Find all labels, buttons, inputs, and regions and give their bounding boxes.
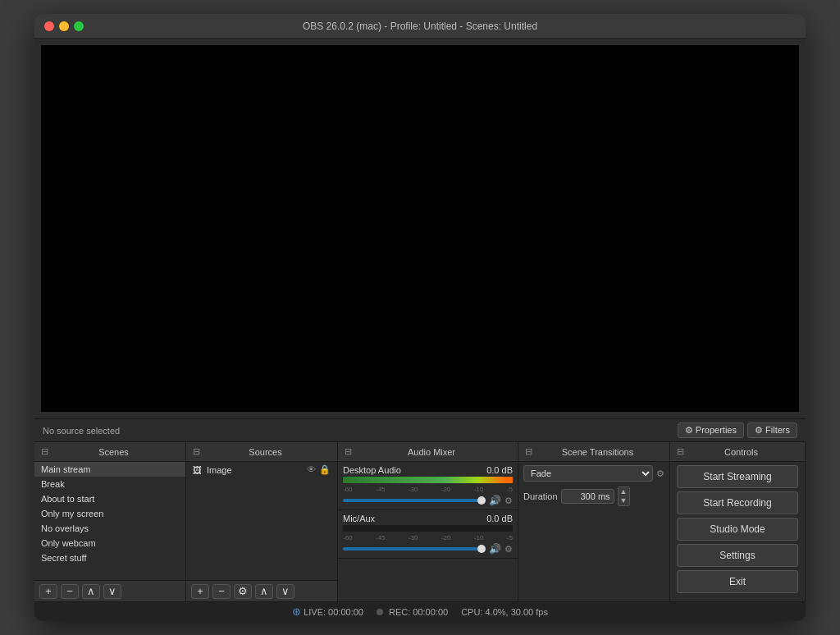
cpu-status: CPU: 4.0%, 30.00 fps: [461, 607, 548, 617]
exit-button[interactable]: Exit: [677, 570, 798, 593]
scene-item-about-to-start[interactable]: About to start: [34, 491, 185, 506]
desktop-volume-slider[interactable]: [343, 499, 486, 502]
mic-aux-controls: 🔊 ⚙: [343, 543, 513, 555]
maximize-button[interactable]: [74, 21, 84, 31]
desktop-mute-icon[interactable]: 🔊: [489, 495, 501, 506]
scene-item-break[interactable]: Break: [34, 477, 185, 491]
sources-panel: ⊟ Sources 🖼 Image 👁 🔒 + − ⚙ ∧ ∨: [186, 442, 338, 601]
desktop-audio-controls: 🔊 ⚙: [343, 495, 513, 506]
source-lock-icon[interactable]: 🔒: [319, 464, 331, 475]
mic-mute-icon[interactable]: 🔊: [489, 543, 501, 555]
mic-aux-meter: [343, 525, 513, 532]
rec-dot: [377, 609, 383, 615]
scene-item-no-overlays[interactable]: No overlays: [34, 521, 185, 536]
mic-aux-header: Mic/Aux 0.0 dB: [343, 514, 513, 523]
studio-mode-button[interactable]: Studio Mode: [677, 518, 798, 541]
window-title: OBS 26.0.2 (mac) - Profile: Untitled - S…: [303, 21, 537, 32]
sources-down-button[interactable]: ∨: [276, 584, 294, 599]
scenes-remove-button[interactable]: −: [61, 584, 79, 599]
controls-dock-icon[interactable]: ⊟: [677, 446, 684, 457]
audio-panel-header: ⊟ Audio Mixer: [338, 442, 518, 462]
transitions-panel-header: ⊟ Scene Transitions: [518, 442, 669, 462]
live-status: LIVE: 00:00:00: [304, 607, 363, 617]
no-source-label: No source selected: [43, 426, 120, 436]
scene-item-main-stream[interactable]: Main stream: [34, 462, 185, 477]
mic-meter-ticks: -60 -45 -30 -20 -10 -5: [343, 534, 513, 541]
mic-volume-handle[interactable]: [477, 545, 486, 553]
transition-type-row: Fade ⚙: [518, 462, 669, 485]
sources-add-button[interactable]: +: [191, 584, 209, 599]
status-bar: ⊛ LIVE: 00:00:00 REC: 00:00:00 CPU: 4.0%…: [34, 601, 806, 621]
transitions-panel-title: Scene Transitions: [532, 447, 663, 457]
source-bar-buttons: ⚙ Properties ⚙ Filters: [678, 423, 797, 438]
live-indicator: ⊛ LIVE: 00:00:00: [292, 605, 363, 618]
transition-type-select[interactable]: Fade: [523, 465, 653, 482]
controls-content: Start Streaming Start Recording Studio M…: [670, 462, 805, 601]
transitions-dock-icon[interactable]: ⊟: [525, 446, 532, 457]
controls-panel-title: Controls: [684, 447, 798, 457]
scenes-panel-footer: + − ∧ ∨: [34, 580, 185, 601]
panels-row: ⊟ Scenes Main stream Break About to star…: [34, 441, 806, 601]
scene-item-secret-stuff[interactable]: Secret stuff: [34, 550, 185, 565]
source-item-image[interactable]: 🖼 Image 👁 🔒: [186, 462, 337, 477]
sources-dock-icon[interactable]: ⊟: [193, 446, 200, 457]
scene-item-only-webcam[interactable]: Only webcam: [34, 536, 185, 550]
desktop-volume-handle[interactable]: [477, 496, 486, 505]
sources-config-button[interactable]: ⚙: [234, 584, 252, 599]
desktop-audio-name: Desktop Audio: [343, 465, 401, 475]
obs-window: OBS 26.0.2 (mac) - Profile: Untitled - S…: [34, 14, 806, 621]
properties-button[interactable]: ⚙ Properties: [678, 423, 744, 438]
rec-indicator: REC: 00:00:00: [377, 607, 448, 617]
audio-channels: Desktop Audio 0.0 dB -60 -45 -30 -20 -10…: [338, 462, 518, 601]
rec-status: REC: 00:00:00: [389, 607, 448, 617]
scenes-dock-icon[interactable]: ⊟: [41, 446, 48, 457]
sources-list: 🖼 Image 👁 🔒: [186, 462, 337, 580]
duration-down-button[interactable]: ▼: [619, 496, 629, 505]
mic-aux-db: 0.0 dB: [486, 514, 513, 523]
desktop-meter-ticks: -60 -45 -30 -20 -10 -5: [343, 486, 513, 493]
mic-volume-slider[interactable]: [343, 547, 486, 550]
source-visibility-icon[interactable]: 👁: [307, 464, 316, 475]
duration-up-button[interactable]: ▲: [619, 487, 629, 496]
duration-label: Duration: [523, 491, 558, 501]
filters-button[interactable]: ⚙ Filters: [747, 423, 797, 438]
duration-spinbuttons: ▲ ▼: [618, 487, 630, 506]
audio-panel-title: Audio Mixer: [352, 447, 511, 457]
source-bar: No source selected ⚙ Properties ⚙ Filter…: [34, 418, 806, 441]
audio-dock-icon[interactable]: ⊟: [345, 446, 352, 457]
scenes-list: Main stream Break About to start Only my…: [34, 462, 185, 580]
sources-panel-footer: + − ⚙ ∧ ∨: [186, 580, 337, 601]
controls-panel: ⊟ Controls Start Streaming Start Recordi…: [670, 442, 806, 601]
scenes-add-button[interactable]: +: [39, 584, 57, 599]
title-bar: OBS 26.0.2 (mac) - Profile: Untitled - S…: [34, 14, 806, 39]
duration-input[interactable]: [561, 489, 614, 504]
scenes-panel: ⊟ Scenes Main stream Break About to star…: [34, 442, 186, 601]
mic-aux-channel: Mic/Aux 0.0 dB -60 -45 -30 -20 -10 -5: [338, 510, 518, 559]
sources-panel-title: Sources: [200, 447, 331, 457]
sources-up-button[interactable]: ∧: [255, 584, 273, 599]
close-button[interactable]: [44, 21, 54, 31]
mic-settings-icon[interactable]: ⚙: [504, 544, 513, 555]
scenes-panel-title: Scenes: [48, 447, 179, 457]
image-source-icon: 🖼: [193, 465, 202, 475]
preview-canvas: [41, 45, 799, 412]
controls-panel-header: ⊟ Controls: [670, 442, 805, 462]
traffic-lights: [44, 21, 84, 31]
transition-settings-icon[interactable]: ⚙: [656, 468, 664, 479]
desktop-audio-meter: [343, 477, 513, 483]
mic-aux-name: Mic/Aux: [343, 514, 375, 523]
start-recording-button[interactable]: Start Recording: [677, 491, 798, 514]
scenes-up-button[interactable]: ∧: [82, 584, 100, 599]
settings-button[interactable]: Settings: [677, 544, 798, 567]
minimize-button[interactable]: [59, 21, 69, 31]
scene-item-only-my-screen[interactable]: Only my screen: [34, 506, 185, 521]
transitions-panel: ⊟ Scene Transitions Fade ⚙ Duration ▲ ▼: [518, 442, 670, 601]
desktop-audio-db: 0.0 dB: [486, 465, 513, 475]
desktop-settings-icon[interactable]: ⚙: [504, 496, 513, 506]
image-source-label: Image: [207, 465, 232, 475]
sources-remove-button[interactable]: −: [212, 584, 231, 599]
scenes-panel-header: ⊟ Scenes: [34, 442, 185, 462]
duration-row: Duration ▲ ▼: [518, 485, 669, 508]
start-streaming-button[interactable]: Start Streaming: [677, 465, 798, 488]
scenes-down-button[interactable]: ∨: [103, 584, 121, 599]
